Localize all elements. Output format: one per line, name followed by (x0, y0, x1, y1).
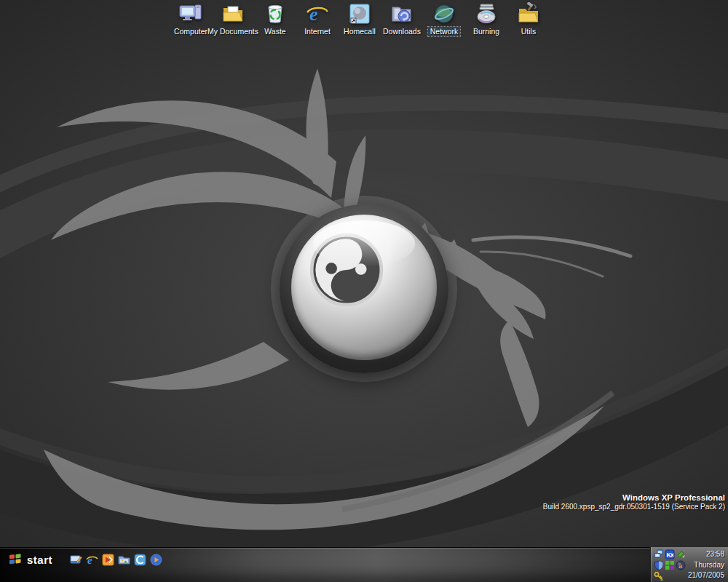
svg-text:e: e (87, 554, 92, 566)
desktop-icon-label: Burning (471, 27, 502, 36)
desktop-icon-label: Utils (519, 27, 538, 36)
keys-icon[interactable] (654, 571, 664, 581)
desktop-icon-my-documents[interactable]: My Documents (212, 2, 254, 36)
taskbar: start e (0, 547, 728, 582)
quick-launch-bar: e (70, 554, 162, 566)
desktop-icon-row: Computer My Documents Waste (170, 2, 550, 36)
homecall-sphere-icon (348, 2, 371, 25)
kx-application-icon[interactable]: K (665, 549, 675, 559)
desktop-icon-waste[interactable]: Waste (254, 2, 296, 36)
clock-time: 23:58 (688, 549, 724, 560)
desktop-icon-label: Internet (302, 27, 333, 36)
svg-text:K: K (667, 551, 672, 559)
clock-date: 21/07/2005 (688, 570, 724, 581)
tray-icon-area: K (651, 547, 688, 582)
desktop-icon-internet[interactable]: e Internet (296, 2, 339, 36)
internet-explorer-quicklaunch-icon[interactable]: e (86, 554, 98, 566)
removable-device-icon[interactable] (676, 549, 686, 559)
svg-text:e: e (309, 4, 318, 25)
desktop-icon-label: Homecall (341, 27, 378, 36)
system-tray: K (650, 547, 728, 582)
computer-icon (179, 2, 202, 25)
start-button-label: start (27, 554, 52, 566)
network-connections-icon[interactable] (654, 549, 664, 559)
internet-explorer-icon: e (306, 2, 329, 25)
yin-yang-metal-ring (291, 215, 437, 360)
utils-folder-icon (517, 2, 540, 25)
xp-desktop-screen: Computer My Documents Waste (0, 0, 728, 582)
start-button[interactable]: start (0, 551, 60, 568)
yin-yang-button (280, 204, 448, 373)
task-grid-icon[interactable] (665, 560, 675, 570)
avast-antivirus-icon[interactable]: a (676, 560, 686, 570)
desktop-icon-label: Computer (172, 27, 210, 36)
desktop-icon-downloads[interactable]: Downloads (381, 2, 423, 36)
version-line1: Windows XP Professional (543, 493, 725, 502)
show-desktop-icon[interactable] (70, 554, 82, 566)
recycle-bin-icon (264, 2, 287, 25)
clock-day: Thursday (688, 560, 724, 571)
pictures-folder-icon[interactable] (118, 554, 130, 566)
network-globe-icon (432, 2, 456, 25)
cd-burning-icon (475, 2, 498, 25)
messenger-icon[interactable] (134, 554, 146, 566)
desktop[interactable]: Computer My Documents Waste (0, 0, 728, 547)
desktop-icon-label: Downloads (381, 27, 423, 36)
desktop-icon-network[interactable]: Network (423, 2, 465, 36)
media-launcher-icon[interactable] (102, 554, 114, 566)
desktop-icon-label: Network (428, 27, 461, 36)
my-documents-folder-icon (221, 2, 245, 25)
desktop-icon-burning[interactable]: Burning (465, 2, 507, 36)
firewall-shield-icon[interactable] (654, 560, 664, 570)
yin-yang-icon (309, 232, 384, 308)
windows-version-text: Windows XP Professional Build 2600.xpsp_… (543, 493, 725, 511)
desktop-icon-utils[interactable]: Utils (507, 2, 550, 36)
tray-clock[interactable]: 23:58 Thursday 21/07/2005 (688, 547, 728, 582)
desktop-icon-label: Waste (262, 27, 288, 36)
windows-flag-icon (9, 554, 22, 565)
desktop-icon-label: My Documents (205, 27, 261, 36)
desktop-icon-homecall[interactable]: Homecall (339, 2, 381, 36)
media-player-icon[interactable] (150, 554, 162, 566)
version-line2: Build 2600.xpsp_sp2_gdr.050301-1519 (Ser… (543, 503, 725, 511)
downloads-folder-icon (390, 2, 414, 25)
